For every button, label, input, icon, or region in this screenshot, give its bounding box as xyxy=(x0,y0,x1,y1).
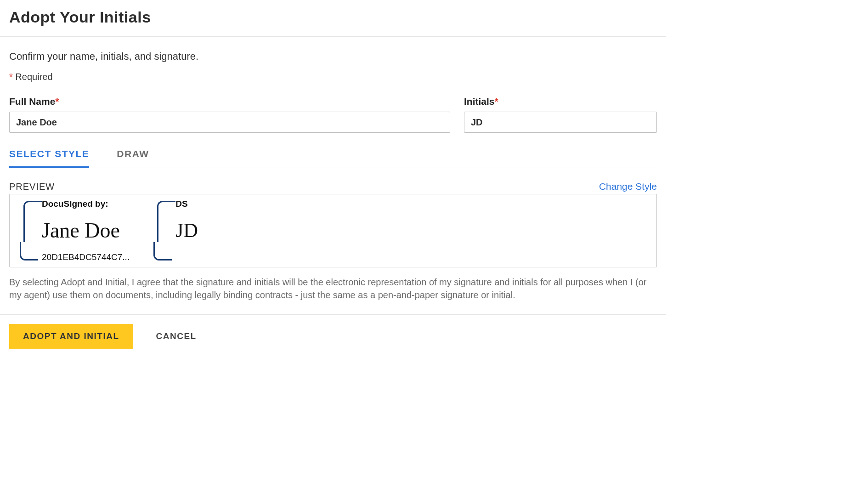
adopt-and-initial-button[interactable]: ADOPT AND INITIAL xyxy=(9,324,133,349)
style-tabs: SELECT STYLE DRAW xyxy=(9,142,657,168)
tab-draw[interactable]: DRAW xyxy=(117,142,149,168)
signature-script: Jane Doe xyxy=(42,220,130,241)
signature-id: 20D1EB4DC5744C7... xyxy=(42,252,130,262)
signature-preview: DocuSigned by: Jane Doe 20D1EB4DC5744C7.… xyxy=(23,201,130,260)
preview-box: DocuSigned by: Jane Doe 20D1EB4DC5744C7.… xyxy=(9,194,657,267)
bracket-icon xyxy=(157,201,175,219)
bracket-icon xyxy=(153,242,172,260)
tab-select-style[interactable]: SELECT STYLE xyxy=(9,142,89,168)
initials-label: Initials* xyxy=(464,96,657,107)
dialog-title: Adopt Your Initials xyxy=(9,8,657,26)
bracket-icon xyxy=(23,201,42,219)
dialog-header: Adopt Your Initials xyxy=(0,0,666,37)
full-name-input[interactable] xyxy=(9,112,450,133)
preview-label: PREVIEW xyxy=(9,181,55,192)
instructions-text: Confirm your name, initials, and signatu… xyxy=(9,51,657,62)
change-style-link[interactable]: Change Style xyxy=(599,181,657,192)
full-name-label: Full Name* xyxy=(9,96,450,107)
initials-script: JD xyxy=(175,221,198,241)
dialog-footer: ADOPT AND INITIAL CANCEL xyxy=(0,314,666,362)
required-label: Required xyxy=(15,72,52,82)
legal-text: By selecting Adopt and Initial, I agree … xyxy=(9,276,657,301)
required-note: * Required xyxy=(9,72,657,82)
initials-input[interactable] xyxy=(464,112,657,133)
required-asterisk: * xyxy=(9,72,13,82)
signature-prefix: DocuSigned by: xyxy=(42,199,130,209)
bracket-icon xyxy=(20,242,38,260)
initials-preview: DS JD xyxy=(157,201,198,260)
initials-prefix: DS xyxy=(175,199,198,209)
cancel-button[interactable]: CANCEL xyxy=(156,331,197,341)
